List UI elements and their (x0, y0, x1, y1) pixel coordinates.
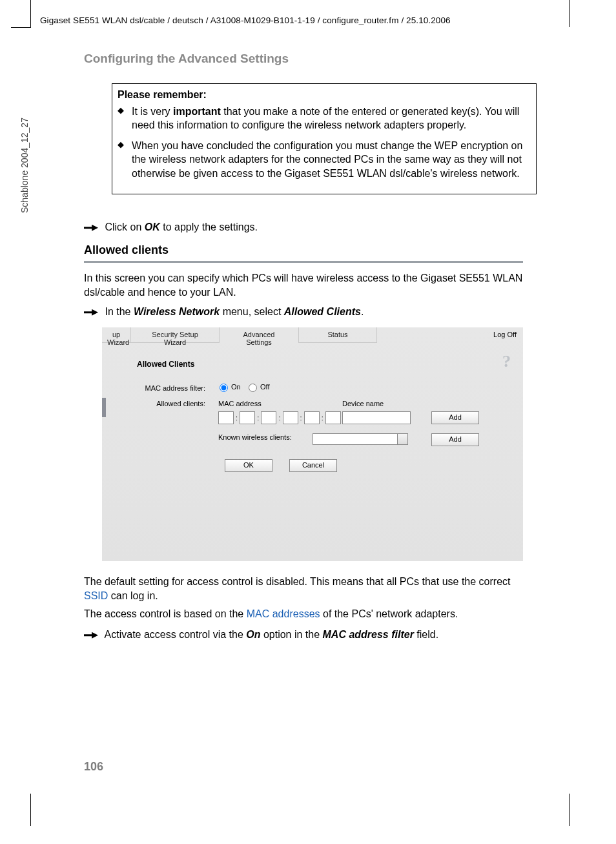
page-number: 106 (84, 760, 103, 774)
section-title: Configuring the Advanced Settings (84, 52, 289, 66)
radio-off-label: Off (260, 383, 269, 391)
note-title: Please remember: (118, 88, 528, 102)
cancel-button[interactable]: Cancel (289, 459, 337, 472)
note-bullet-2: When you have concluded the configuratio… (118, 139, 528, 181)
template-stamp: Schablone 2004_12_27 (19, 118, 30, 213)
tab-status[interactable]: Status (299, 327, 377, 343)
known-clients-dropdown[interactable] (313, 433, 408, 445)
log-off-link[interactable]: Log Off (493, 331, 517, 338)
mac-seg-6[interactable] (325, 411, 341, 424)
label-known-clients: Known wireless clients: (218, 433, 292, 441)
mac-seg-2[interactable] (240, 411, 255, 424)
col-mac-address: MAC address (218, 400, 262, 407)
label-mac-filter: MAC address filter: (102, 384, 205, 392)
mac-seg-4[interactable] (283, 411, 298, 424)
note-bullet-1: It is very important that you make a not… (118, 105, 528, 132)
col-device-name: Device name (342, 400, 384, 407)
mac-seg-3[interactable] (261, 411, 276, 424)
tab-bar: up Wizard Security Setup Wizard Advanced… (102, 327, 523, 343)
step-click-ok: Click on OK to apply the settings. (84, 220, 258, 234)
radio-on-label: On (231, 383, 241, 391)
ok-button[interactable]: OK (225, 459, 272, 472)
subsection-heading: Allowed clients (84, 243, 169, 257)
radio-off[interactable] (249, 384, 257, 392)
label-allowed-clients: Allowed clients: (102, 400, 205, 407)
device-name-input[interactable] (342, 411, 411, 424)
panel-title: Allowed Clients (137, 360, 194, 369)
chevron-down-icon (400, 437, 406, 440)
step-activate: Activate access control via the On optio… (84, 628, 523, 642)
radio-on[interactable] (220, 384, 228, 392)
mac-seg-5[interactable] (304, 411, 320, 424)
step-navigate: In the Wireless Network menu, select All… (84, 305, 364, 319)
link-mac-addresses[interactable]: MAC addresses (247, 608, 320, 619)
heading-rule (84, 261, 523, 263)
help-icon[interactable]: ? (502, 352, 518, 370)
router-ui-screenshot: up Wizard Security Setup Wizard Advanced… (102, 327, 523, 561)
doc-header: Gigaset SE551 WLAN dsl/cable / deutsch /… (40, 15, 451, 25)
tab-setup-wizard[interactable]: up Wizard (102, 327, 131, 343)
note-box: Please remember: It is very important th… (112, 83, 537, 194)
paragraph-default: The default setting for access control i… (84, 575, 523, 602)
add-known-button[interactable]: Add (431, 433, 479, 446)
intro-paragraph: In this screen you can specify which PCs… (84, 271, 523, 299)
link-ssid[interactable]: SSID (84, 590, 108, 601)
add-client-button[interactable]: Add (431, 411, 479, 424)
tab-security-wizard[interactable]: Security Setup Wizard (131, 327, 220, 343)
tab-advanced-settings[interactable]: Advanced Settings (220, 327, 299, 343)
paragraph-mac: The access control is based on the MAC a… (84, 607, 523, 621)
mac-seg-1[interactable] (218, 411, 234, 424)
